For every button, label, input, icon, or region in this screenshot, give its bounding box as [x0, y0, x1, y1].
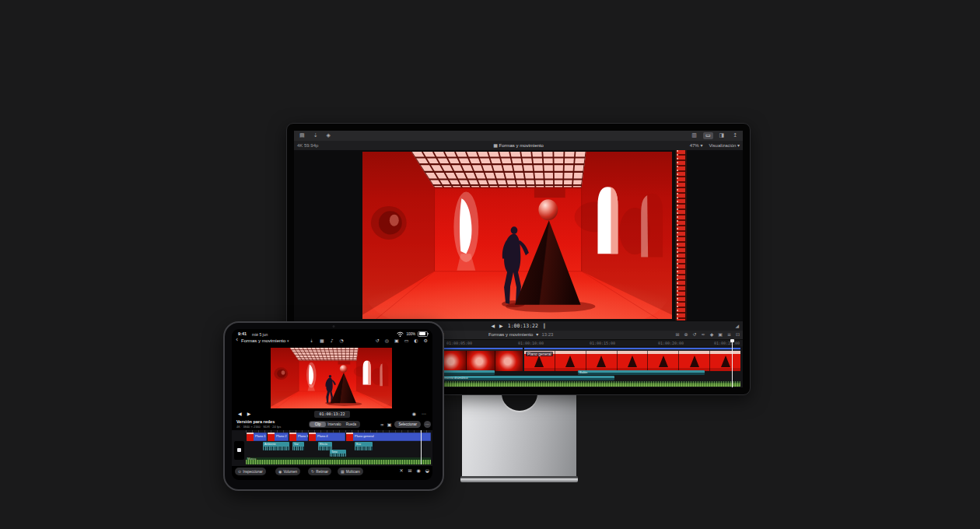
skip-back-icon[interactable]: ◀ [238, 412, 242, 416]
speaker-icon[interactable]: ◉ [412, 412, 416, 416]
segment-intervalo[interactable]: Intervalo [326, 422, 342, 427]
ipad-toolbar: ‹ Formas y movimiento ▾ ⇣ ▦ ♪ ◔ ↺ ◎ ▣ ▭ … [232, 337, 432, 346]
timecode-display: 01:00:13:22 [314, 411, 350, 418]
contrast-icon[interactable]: ◐ [414, 338, 418, 343]
track-header[interactable] [234, 441, 244, 460]
segment-rueda[interactable]: Rueda [343, 422, 359, 427]
share-icon[interactable]: ↥ [730, 132, 740, 139]
music-track[interactable]: Música [246, 457, 431, 464]
overlay-icon[interactable]: ▣ [387, 422, 392, 427]
overlay-icon[interactable]: ⊞ [408, 468, 411, 473]
trash-icon[interactable]: ✕ [399, 468, 403, 473]
timer-icon[interactable]: ◔ [340, 338, 344, 343]
status-date: mié 5 jun [252, 332, 268, 337]
chevron-down-icon: ▾ [536, 332, 538, 337]
video-clip[interactable]: Plano general [346, 433, 431, 441]
filmstrip-graphic [675, 150, 687, 321]
project-title: ▦ Formas y movimiento [294, 143, 743, 148]
multicam-button[interactable]: ▦ Multicam [338, 468, 363, 475]
inspect-button[interactable]: ⊙ Inspeccionar [235, 468, 266, 475]
undo-icon[interactable]: ↺ [376, 338, 380, 343]
import-icon[interactable]: ⇣ [310, 338, 313, 343]
select-button[interactable]: Seleccionar [394, 421, 421, 428]
chevron-down-icon: ▾ [287, 339, 289, 343]
frame-step-icon[interactable]: ║ [543, 324, 546, 328]
ruler-label: 01:00:10:00 [518, 341, 544, 345]
expand-icon[interactable]: ◢ [735, 324, 739, 328]
skip-back-icon[interactable]: ◀ [491, 324, 495, 328]
settings-icon[interactable]: ⊡ [736, 332, 740, 337]
media-browser-icon[interactable]: ▤ [297, 132, 307, 139]
video-clip[interactable]: Plano 4 [309, 433, 345, 441]
project-specs: 4K · 3840 × 2160 · SDR · 24 fps [236, 425, 281, 429]
browser-pane-icon[interactable]: ▥ [689, 132, 699, 139]
timeline-duration: 13:23 [541, 332, 553, 337]
import-icon[interactable]: ⇣ [311, 132, 320, 139]
more-button[interactable]: ⋯ [424, 421, 431, 428]
display-icon[interactable]: ▭ [404, 338, 409, 343]
viewer-view-menu[interactable]: Visualización ▾ [709, 143, 740, 148]
wifi-icon [397, 331, 404, 337]
video-clip-1[interactable] [439, 348, 523, 371]
keyword-icon[interactable]: ◈ [324, 132, 333, 139]
status-bar: 9:41 mié 5 jun 100% [232, 330, 432, 337]
viewer-timecode: 1:00:13:22 [508, 323, 538, 329]
playhead[interactable] [732, 339, 733, 387]
clip-label: Plano general [526, 352, 553, 356]
segment-clip[interactable]: Clip [310, 422, 326, 427]
timeline-project-title[interactable]: Formas y movimiento [488, 332, 533, 337]
clip-label: Ambiente [264, 443, 276, 446]
transitions-icon[interactable]: ▣ [718, 332, 723, 337]
settings-icon[interactable]: ⚙ [424, 338, 428, 343]
viewer-options-icon[interactable]: ▣ [394, 338, 399, 343]
project-info-bar: Versión para redes 4K · 3840 × 2160 · SD… [232, 419, 432, 430]
clip-label: Plano 4 [317, 434, 328, 438]
index-icon[interactable]: ≡ [727, 332, 731, 337]
timeline-pane-icon[interactable]: ▭ [703, 132, 713, 139]
project-icon: ▦ [493, 143, 498, 148]
media-icon[interactable]: ▦ [320, 338, 324, 343]
viewer-video-scene [362, 152, 672, 319]
playhead[interactable] [421, 430, 422, 464]
project-title[interactable]: Formas y movimiento ▾ [241, 338, 289, 343]
play-icon[interactable]: ▶ [247, 412, 251, 416]
retime-button[interactable]: ↻ Retimar [308, 468, 331, 475]
clip-label: Plano general [355, 434, 374, 438]
audio-clip[interactable]: Voz [292, 442, 304, 450]
goggles-icon[interactable]: ∞ [380, 422, 384, 427]
ruler-label: 01:00:15:00 [590, 341, 615, 345]
viewer-video-scene [271, 348, 392, 408]
video-clip[interactable]: Plano 3 [289, 433, 308, 441]
ipad-timeline[interactable]: Plano 1 Plano 2 Plano 3 Plano 4 Plano ge… [232, 430, 432, 466]
audio-clip[interactable]: Ambiente [263, 442, 289, 450]
video-clip-2[interactable]: Plano general [524, 348, 740, 371]
trim-tool-icon[interactable]: ⊞ [676, 332, 680, 337]
ipad: 9:41 mié 5 jun 100% ‹ Formas y movimient… [223, 321, 444, 491]
back-chevron-icon[interactable]: ‹ [236, 337, 238, 343]
volume-button[interactable]: ◉ Volumen [275, 468, 300, 475]
more-icon[interactable]: ⋯ [422, 412, 426, 416]
music-track[interactable] [439, 381, 740, 387]
video-clip[interactable]: Plano 2 [268, 433, 289, 441]
effects-icon[interactable]: ◆ [710, 332, 714, 337]
video-clip[interactable]: Plano 1 [247, 433, 267, 441]
connected-audio-clip[interactable]: Balón [578, 370, 705, 375]
comment-icon[interactable]: ◒ [425, 468, 429, 473]
audio-clip[interactable]: Eco [355, 442, 373, 450]
clip-thumbnail [346, 433, 353, 441]
ipad-viewer [232, 346, 432, 410]
mute-icon[interactable]: ◉ [417, 468, 421, 473]
audio-meters-icon[interactable]: ≈ [702, 332, 705, 337]
battery-icon [418, 331, 428, 337]
audio-icon[interactable]: ♪ [331, 338, 334, 343]
viewer-zoom-menu[interactable]: 47% ▾ [690, 143, 703, 148]
marker-icon[interactable]: ⊕ [684, 332, 688, 337]
connected-audio-clip[interactable]: Elemento dramático [439, 376, 614, 380]
play-icon[interactable]: ▶ [499, 324, 503, 328]
jog-wheel-icon[interactable]: ◎ [385, 338, 389, 343]
undo-icon[interactable]: ↺ [693, 332, 697, 337]
audio-clip[interactable]: Tono [330, 450, 346, 457]
connected-audio-clip[interactable] [439, 370, 495, 375]
project-name: Versión para redes [236, 419, 275, 424]
inspector-pane-icon[interactable]: ◨ [717, 132, 727, 139]
